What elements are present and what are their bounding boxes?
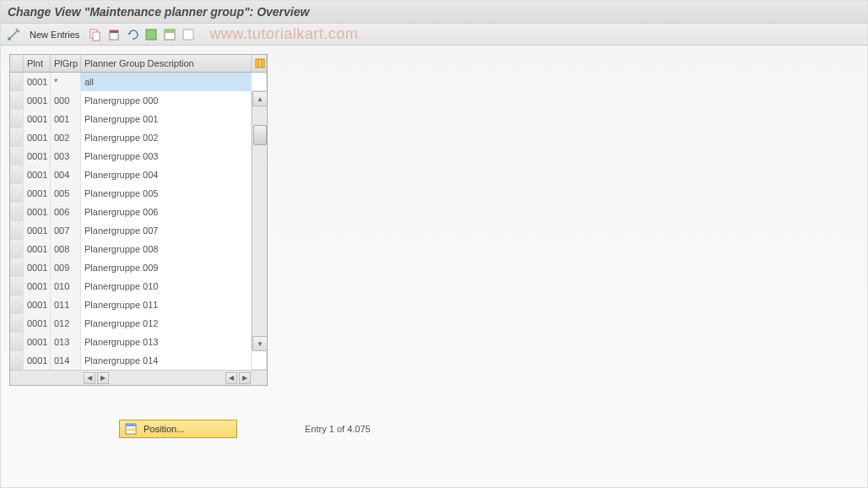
cell-plnt[interactable]: 0001 bbox=[24, 221, 51, 240]
cell-plgrp[interactable]: 001 bbox=[51, 110, 81, 128]
delete-icon[interactable] bbox=[106, 27, 122, 42]
cell-description[interactable]: Planergruppe 005 bbox=[81, 184, 252, 203]
row-selector[interactable] bbox=[10, 165, 24, 184]
header-plnt[interactable]: Plnt bbox=[24, 55, 51, 72]
cell-plgrp[interactable]: 007 bbox=[51, 221, 81, 240]
table-row[interactable]: 0001011Planergruppe 011 bbox=[10, 296, 267, 314]
cell-description[interactable]: Planergruppe 002 bbox=[81, 128, 252, 147]
cell-plgrp[interactable]: 005 bbox=[51, 184, 81, 203]
cell-plgrp[interactable]: 003 bbox=[51, 147, 81, 165]
cell-plgrp[interactable]: 013 bbox=[51, 333, 81, 351]
hscroll-left-button[interactable]: ◀ bbox=[84, 372, 95, 384]
row-selector[interactable] bbox=[10, 184, 24, 203]
table-row[interactable]: 0001001Planergruppe 001 bbox=[10, 110, 267, 128]
row-selector[interactable] bbox=[10, 203, 24, 221]
position-button[interactable]: Position... bbox=[119, 420, 237, 438]
table-row[interactable]: 0001009Planergruppe 009 bbox=[10, 258, 267, 277]
row-selector[interactable] bbox=[10, 110, 24, 128]
row-selector[interactable] bbox=[10, 91, 24, 110]
table-row[interactable]: 0001006Planergruppe 006 bbox=[10, 203, 267, 221]
cell-description[interactable]: all bbox=[81, 73, 252, 91]
row-selector[interactable] bbox=[10, 240, 24, 258]
cell-description[interactable]: Planergruppe 014 bbox=[81, 351, 252, 370]
cell-plnt[interactable]: 0001 bbox=[24, 184, 51, 203]
table-row[interactable]: 0001014Planergruppe 014 bbox=[10, 351, 267, 370]
table-config-icon[interactable] bbox=[252, 55, 267, 72]
row-selector[interactable] bbox=[10, 351, 24, 370]
cell-description[interactable]: Planergruppe 001 bbox=[81, 110, 252, 128]
new-entries-button[interactable]: New Entries bbox=[24, 28, 84, 41]
cell-plgrp[interactable]: 008 bbox=[51, 240, 81, 258]
cell-plnt[interactable]: 0001 bbox=[24, 258, 51, 277]
cell-description[interactable]: Planergruppe 007 bbox=[81, 221, 252, 240]
select-all-icon[interactable] bbox=[144, 27, 159, 42]
scroll-up-button[interactable]: ▲ bbox=[252, 91, 267, 106]
header-description[interactable]: Planner Group Description bbox=[81, 55, 252, 72]
cell-plnt[interactable]: 0001 bbox=[24, 203, 51, 221]
cell-plnt[interactable]: 0001 bbox=[24, 351, 51, 370]
cell-plnt[interactable]: 0001 bbox=[24, 91, 51, 110]
cell-plgrp[interactable]: 002 bbox=[51, 128, 81, 147]
cell-plgrp[interactable]: 000 bbox=[51, 91, 81, 110]
row-selector[interactable] bbox=[10, 296, 24, 314]
cell-description[interactable]: Planergruppe 013 bbox=[81, 333, 252, 351]
cell-plnt[interactable]: 0001 bbox=[24, 240, 51, 258]
header-selector[interactable] bbox=[10, 55, 24, 72]
cell-description[interactable]: Planergruppe 000 bbox=[81, 91, 252, 110]
cell-plnt[interactable]: 0001 bbox=[24, 314, 51, 333]
cell-plgrp[interactable]: * bbox=[51, 73, 81, 91]
row-selector[interactable] bbox=[10, 73, 24, 91]
table-row[interactable]: 0001012Planergruppe 012 bbox=[10, 314, 267, 333]
row-selector[interactable] bbox=[10, 221, 24, 240]
row-selector[interactable] bbox=[10, 128, 24, 147]
cell-plnt[interactable]: 0001 bbox=[24, 277, 51, 296]
row-selector[interactable] bbox=[10, 277, 24, 296]
cell-description[interactable]: Planergruppe 003 bbox=[81, 147, 252, 165]
hscroll-left-end-button[interactable]: ◀ bbox=[225, 372, 237, 384]
vertical-scrollbar[interactable]: ▲ ▼ bbox=[252, 91, 267, 351]
header-plgrp[interactable]: PlGrp bbox=[51, 55, 81, 72]
table-row[interactable]: 0001*all bbox=[10, 73, 267, 91]
undo-icon[interactable] bbox=[125, 27, 140, 42]
table-row[interactable]: 0001013Planergruppe 013 bbox=[10, 333, 267, 351]
cell-plgrp[interactable]: 012 bbox=[51, 314, 81, 333]
table-row[interactable]: 0001003Planergruppe 003 bbox=[10, 147, 267, 165]
table-row[interactable]: 0001004Planergruppe 004 bbox=[10, 165, 267, 184]
copy-icon[interactable] bbox=[88, 27, 103, 42]
table-row[interactable]: 0001005Planergruppe 005 bbox=[10, 184, 267, 203]
deselect-all-icon[interactable] bbox=[181, 27, 196, 42]
cell-plgrp[interactable]: 011 bbox=[51, 296, 81, 314]
scroll-down-button[interactable]: ▼ bbox=[252, 336, 267, 351]
cell-plnt[interactable]: 0001 bbox=[24, 110, 51, 128]
table-row[interactable]: 0001008Planergruppe 008 bbox=[10, 240, 267, 258]
table-row[interactable]: 0001002Planergruppe 002 bbox=[10, 128, 267, 147]
row-selector[interactable] bbox=[10, 333, 24, 351]
cell-description[interactable]: Planergruppe 006 bbox=[81, 203, 252, 221]
hscroll-right-inner-button[interactable]: ▶ bbox=[97, 372, 109, 384]
cell-plnt[interactable]: 0001 bbox=[24, 296, 51, 314]
scroll-thumb[interactable] bbox=[253, 125, 267, 145]
table-row[interactable]: 0001007Planergruppe 007 bbox=[10, 221, 267, 240]
horizontal-scrollbar[interactable]: ◀ ▶ ◀ ▶ bbox=[10, 370, 267, 385]
cell-plgrp[interactable]: 010 bbox=[51, 277, 81, 296]
cell-plgrp[interactable]: 004 bbox=[51, 165, 81, 184]
cell-plgrp[interactable]: 014 bbox=[51, 351, 81, 370]
table-row[interactable]: 0001010Planergruppe 010 bbox=[10, 277, 267, 296]
cell-description[interactable]: Planergruppe 010 bbox=[81, 277, 252, 296]
row-selector[interactable] bbox=[10, 147, 24, 165]
cell-plnt[interactable]: 0001 bbox=[24, 73, 51, 91]
cell-description[interactable]: Planergruppe 009 bbox=[81, 258, 252, 277]
hscroll-right-button[interactable]: ▶ bbox=[239, 372, 251, 384]
cell-plgrp[interactable]: 006 bbox=[51, 203, 81, 221]
cell-description[interactable]: Planergruppe 011 bbox=[81, 296, 252, 314]
cell-plgrp[interactable]: 009 bbox=[51, 258, 81, 277]
row-selector[interactable] bbox=[10, 314, 24, 333]
change-display-icon[interactable] bbox=[6, 27, 21, 42]
row-selector[interactable] bbox=[10, 258, 24, 277]
cell-description[interactable]: Planergruppe 012 bbox=[81, 314, 252, 333]
cell-plnt[interactable]: 0001 bbox=[24, 333, 51, 351]
cell-description[interactable]: Planergruppe 004 bbox=[81, 165, 252, 184]
cell-description[interactable]: Planergruppe 008 bbox=[81, 240, 252, 258]
select-block-icon[interactable] bbox=[162, 27, 177, 42]
cell-plnt[interactable]: 0001 bbox=[24, 165, 51, 184]
